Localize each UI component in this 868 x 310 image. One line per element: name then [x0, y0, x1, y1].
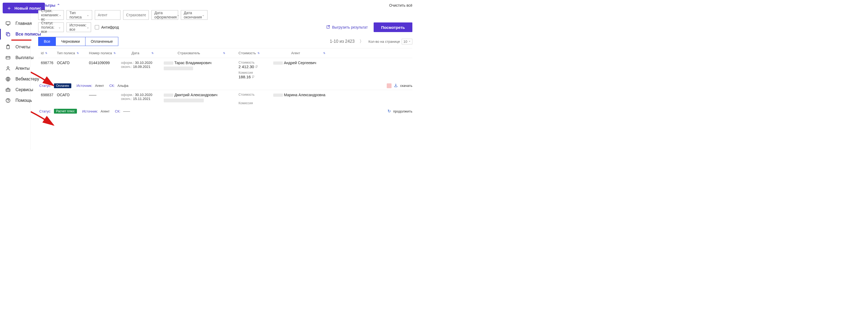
insurer-label: СК: [115, 109, 120, 113]
filters-toggle-label: Фильтры [38, 3, 55, 7]
sidebar-item-label: Агенты [16, 66, 30, 71]
chevron-down-icon: ⌄ [202, 13, 205, 17]
filter-status-value: Статус полиса: все [41, 21, 58, 34]
filter-policy-type-select[interactable]: Тип полиса⌄ [66, 10, 92, 20]
copy-icon [5, 31, 11, 37]
source-value: Агент [101, 109, 110, 113]
chevron-down-icon: ⌄ [58, 25, 61, 29]
filter-type-value: Тип полиса [69, 11, 87, 19]
per-page-label: Кол-во на странице [369, 39, 400, 44]
source-value: Агент [95, 84, 104, 88]
filter-date-end-value: Дата окончания [184, 11, 202, 19]
svg-rect-6 [6, 56, 10, 59]
export-label: Выгрузить результат [332, 25, 368, 29]
cell-type: ОСАГО [57, 61, 89, 79]
col-date[interactable]: Дата⇅ [121, 51, 164, 55]
view-button[interactable]: Посмотреть [374, 23, 412, 32]
continue-label: продолжить [393, 109, 412, 113]
card-icon [5, 55, 11, 60]
chevron-down-icon: ⌄ [87, 25, 89, 29]
filter-holder-input-wrap [123, 10, 149, 20]
sort-icon: ⇅ [76, 52, 78, 55]
sidebar-item-label: Отчеты [16, 45, 30, 50]
per-page-select[interactable]: 10 [402, 39, 412, 45]
status-badge: Оплачен [54, 83, 71, 88]
filter-date-issued-select[interactable]: Дата оформления⌄ [151, 10, 178, 20]
export-icon [326, 25, 330, 30]
antifraud-checkbox[interactable] [95, 25, 99, 29]
col-id[interactable]: id⇅ [38, 51, 57, 55]
col-num[interactable]: Номер полиса⇅ [89, 51, 121, 55]
globe-icon [5, 77, 11, 82]
filter-date-end-select[interactable]: Дата окончания⌄ [181, 10, 208, 20]
cell-cost: Стоимость Комиссия [239, 93, 273, 105]
annotation-underline [11, 39, 32, 40]
svg-point-13 [8, 102, 8, 102]
redacted-text [164, 98, 204, 102]
pager-range: 1-10 из 2423 [330, 39, 355, 44]
col-cost[interactable]: Стоимость⇅ [239, 51, 273, 55]
status-badge: Расчет плюс [54, 109, 77, 114]
redacted-text [164, 66, 193, 70]
source-label: Источник: [76, 84, 92, 88]
continue-button[interactable]: ↻ продолжить [388, 109, 412, 114]
sort-icon: ⇅ [223, 52, 225, 55]
sort-icon: ⇅ [114, 52, 115, 55]
sort-icon: ⇅ [45, 52, 47, 55]
chevron-down-icon: ⌄ [59, 13, 61, 17]
table-row[interactable]: 698776 ОСАГО 0144109099 оформ.: 30.10.20… [38, 58, 412, 90]
refresh-icon: ↻ [388, 109, 391, 114]
tab-all[interactable]: Все [38, 37, 56, 46]
svg-rect-3 [7, 33, 10, 36]
cell-agent: Марина Александровна [273, 93, 343, 105]
plus-icon: ＋ [6, 5, 12, 11]
table-header: id⇅ Тип полиса⇅ Номер полиса⇅ Дата⇅ Стра… [38, 48, 412, 58]
monitor-icon [5, 21, 11, 26]
export-result-link[interactable]: Выгрузить результат [326, 25, 368, 30]
tab-drafts[interactable]: Черновики [56, 37, 86, 46]
svg-rect-0 [6, 22, 10, 24]
filter-source-select[interactable]: Источник: все⌄ [66, 23, 91, 32]
status-label: Статус: [39, 84, 51, 88]
filter-date-issued-value: Дата оформления [154, 11, 177, 19]
filter-status-select[interactable]: Статус полиса: все⌄ [38, 23, 64, 32]
clear-filters-link[interactable]: Очистить всё [389, 3, 412, 7]
status-tabs: Все Черновики Оплаченные [38, 37, 118, 46]
redacted-text [164, 61, 173, 65]
download-label: скачать [400, 84, 412, 88]
filter-holder-input[interactable] [126, 13, 146, 17]
chevron-down-icon: ⌄ [87, 13, 89, 17]
col-agent[interactable]: Агент⇅ [273, 51, 343, 55]
redacted-icon [387, 83, 392, 88]
status-label: Статус: [39, 109, 51, 113]
user-icon [5, 66, 11, 71]
filter-agent-input[interactable] [98, 13, 118, 17]
antifraud-label: Антифрод [101, 25, 119, 29]
cell-num: 0144109099 [89, 61, 121, 79]
clipboard-icon [5, 45, 11, 50]
briefcase-icon [5, 87, 11, 92]
download-icon [394, 83, 398, 88]
filter-agent-input-wrap [95, 10, 120, 20]
cell-date: оформ.: 30.10.2020 оконч.: 18.09.2021 [121, 61, 164, 79]
cell-num: —— [89, 93, 121, 105]
source-label: Источник: [82, 109, 98, 113]
col-holder[interactable]: Страхователь⇅ [164, 51, 239, 55]
insurer-label: СК: [109, 84, 115, 88]
sort-icon: ⇅ [151, 52, 153, 55]
filters-toggle[interactable]: Фильтры ⌃ [38, 3, 60, 7]
chevron-down-icon: ⌄ [177, 13, 180, 17]
tab-paid[interactable]: Оплаченные [86, 37, 118, 46]
download-button[interactable]: скачать [387, 83, 412, 88]
cell-holder: Дмитрий Александрович [164, 93, 239, 105]
cell-id: 698776 [38, 61, 57, 79]
cell-holder: Тарас Владимирович [164, 61, 239, 79]
filter-insurer-select[interactable]: Страх. компания: вс⌄ [38, 10, 64, 20]
table-row[interactable]: 698837 ОСАГО —— оформ.: 30.10.2020 оконч… [38, 90, 412, 115]
col-type[interactable]: Тип полиса⇅ [57, 51, 89, 55]
chevron-up-icon: ⌃ [57, 3, 60, 7]
pager-next-button[interactable]: 〉 [360, 39, 364, 45]
svg-point-8 [7, 66, 9, 68]
cell-date: оформ.: 30.10.2020 оконч.: 15.11.2021 [121, 93, 164, 105]
insurer-value: Альфа [118, 84, 128, 88]
